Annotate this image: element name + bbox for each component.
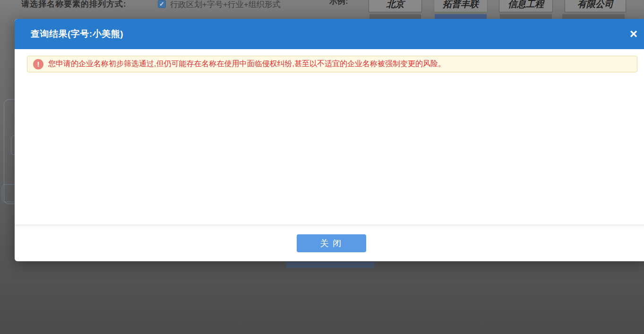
example-box-region: 北京	[369, 0, 422, 12]
arrangement-option-label: 行政区划+字号+行业+组织形式	[170, 0, 281, 10]
example-box-industry: 信息工程	[499, 0, 553, 12]
example-label: 示例:	[329, 0, 348, 7]
background-submit-button	[286, 262, 375, 268]
example-box-tradename: 拓普丰联	[434, 0, 488, 12]
example-box-orgform: 有限公司	[565, 0, 626, 12]
modal-title: 查询结果(字号:小美熊)	[31, 28, 123, 40]
warning-alert: ! 您申请的企业名称初步筛选通过,但仍可能存在名称在使用中面临侵权纠纷,甚至以不…	[27, 56, 637, 72]
screen: 请选择名称要素的排列方式: ✓ 行政区划+字号+行业+组织形式 示例: 北京 拓…	[0, 0, 644, 334]
modal-footer: 关 闭	[15, 224, 644, 261]
arrangement-checkbox: ✓	[158, 0, 166, 8]
close-icon[interactable]: ×	[630, 27, 637, 41]
checkmark-icon: ✓	[158, 0, 165, 8]
close-button[interactable]: 关 闭	[297, 234, 366, 252]
modal-header: 查询结果(字号:小美熊) ×	[15, 19, 644, 49]
arrangement-question-label: 请选择名称要素的排列方式:	[21, 0, 127, 9]
query-result-modal: 查询结果(字号:小美熊) × ! 您申请的企业名称初步筛选通过,但仍可能存在名称…	[15, 19, 644, 261]
warning-text: 您申请的企业名称初步筛选通过,但仍可能存在名称在使用中面临侵权纠纷,甚至以不适宜…	[48, 59, 446, 69]
warning-icon: !	[33, 59, 43, 69]
modal-body: ! 您申请的企业名称初步筛选通过,但仍可能存在名称在使用中面临侵权纠纷,甚至以不…	[15, 49, 644, 224]
